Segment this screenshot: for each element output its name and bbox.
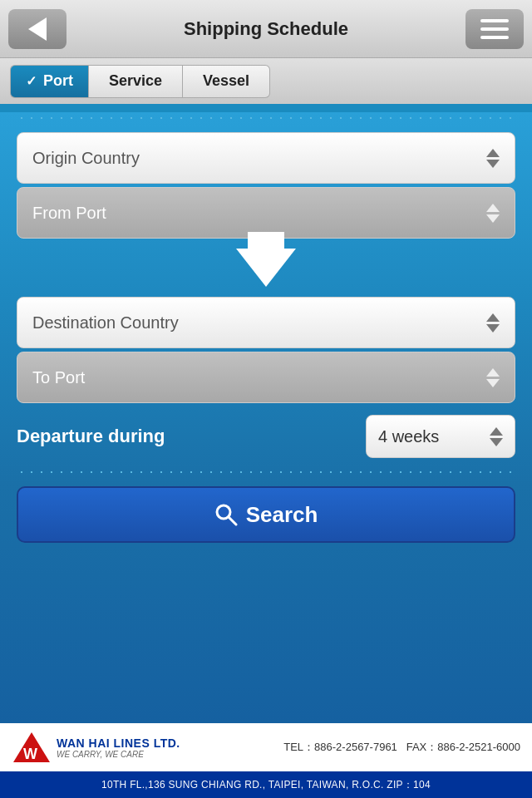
stepper-down-icon: [486, 324, 500, 332]
tab-bar: ✓ Port Service Vessel: [0, 58, 532, 104]
stepper-up-icon: [486, 149, 500, 157]
origin-country-stepper: [486, 149, 500, 168]
stepper-down-icon: [490, 438, 503, 446]
tab-port-label: Port: [43, 72, 73, 90]
stepper-down-icon: [486, 379, 500, 387]
footer-fax: FAX：886-2-2521-6000: [406, 741, 520, 753]
footer-logo-row: W WAN HAI LINES LTD. WE CARRY, WE CARE T…: [0, 723, 532, 771]
departure-row: Departure during 4 weeks: [17, 415, 515, 458]
bottom-divider: [17, 466, 515, 478]
to-port-stepper: [486, 368, 500, 387]
wan-hai-logo: W WAN HAI LINES LTD. WE CARRY, WE CARE: [12, 731, 180, 764]
stepper-up-icon: [490, 427, 503, 436]
origin-country-label: Origin Country: [32, 149, 140, 168]
back-button[interactable]: [8, 9, 66, 49]
from-port-dropdown[interactable]: From Port: [17, 187, 515, 239]
main-content: Origin Country From Port Destination Cou…: [0, 112, 532, 732]
origin-country-dropdown[interactable]: Origin Country: [17, 132, 515, 184]
menu-line-1: [480, 19, 509, 22]
destination-country-label: Destination Country: [32, 313, 179, 332]
back-arrow-icon: [28, 17, 47, 41]
footer-address-row: 10TH FL.,136 SUNG CHIANG RD., TAIPEI, TA…: [0, 771, 532, 798]
weeks-value: 4 weeks: [378, 427, 439, 446]
dest-country-stepper: [486, 313, 500, 332]
footer-contact: TEL：886-2-2567-7961 FAX：886-2-2521-6000: [283, 740, 520, 755]
tab-port[interactable]: ✓ Port: [10, 65, 88, 98]
direction-arrow-container: [17, 239, 515, 297]
company-tagline: WE CARRY, WE CARE: [57, 750, 180, 759]
to-port-label: To Port: [32, 368, 85, 387]
search-button-label: Search: [246, 502, 318, 528]
from-port-label: From Port: [32, 204, 106, 223]
down-arrow-icon: [236, 249, 296, 287]
stepper-down-icon: [486, 160, 500, 168]
stepper-down-icon: [486, 214, 500, 223]
to-port-dropdown[interactable]: To Port: [17, 352, 515, 403]
top-divider: [17, 112, 515, 124]
weeks-stepper: [490, 427, 503, 446]
departure-label: Departure during: [17, 426, 165, 447]
menu-line-2: [480, 27, 509, 31]
check-icon: ✓: [26, 73, 37, 89]
tab-service[interactable]: Service: [88, 65, 183, 98]
tab-vessel[interactable]: Vessel: [183, 65, 270, 98]
page-title: Shipping Schedule: [66, 18, 466, 40]
tab-service-label: Service: [109, 72, 162, 90]
wan-hai-logo-icon: W: [12, 731, 52, 764]
weeks-select[interactable]: 4 weeks: [366, 415, 515, 458]
stepper-up-icon: [486, 368, 500, 377]
company-name: WAN HAI LINES LTD.: [57, 736, 180, 750]
footer-address: 10TH FL.,136 SUNG CHIANG RD., TAIPEI, TA…: [101, 778, 431, 792]
header: Shipping Schedule: [0, 0, 532, 58]
menu-line-3: [480, 36, 509, 39]
logo-text: WAN HAI LINES LTD. WE CARRY, WE CARE: [57, 736, 180, 759]
search-icon: [214, 503, 238, 526]
destination-country-dropdown[interactable]: Destination Country: [17, 297, 515, 348]
from-port-stepper: [486, 204, 500, 223]
stepper-up-icon: [486, 204, 500, 212]
tab-vessel-label: Vessel: [203, 72, 249, 90]
footer-tel: TEL：886-2-2567-7961: [283, 741, 397, 753]
svg-line-1: [229, 517, 236, 525]
menu-button[interactable]: [466, 9, 524, 49]
footer: W WAN HAI LINES LTD. WE CARRY, WE CARE T…: [0, 723, 532, 798]
search-button[interactable]: Search: [17, 486, 515, 543]
svg-text:W: W: [23, 746, 37, 762]
stepper-up-icon: [486, 313, 500, 322]
